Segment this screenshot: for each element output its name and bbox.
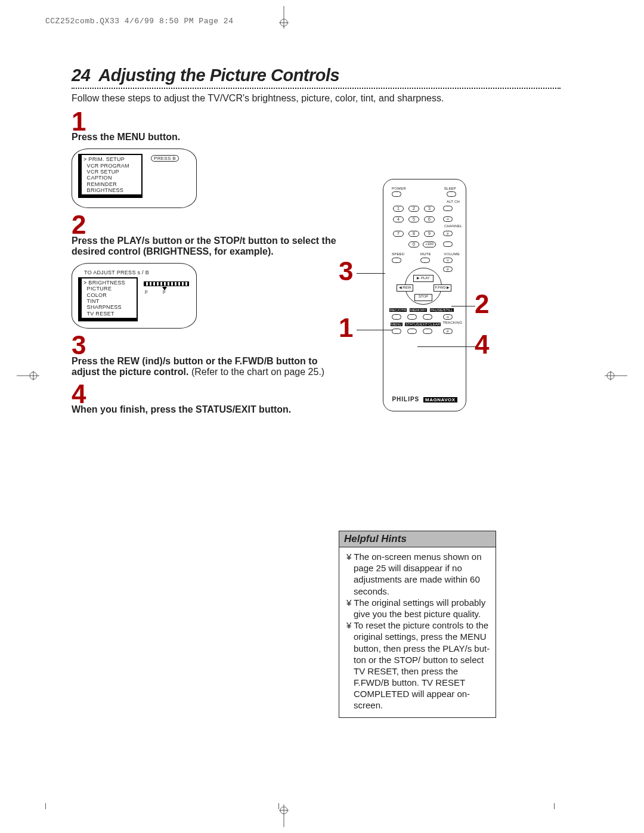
label-rew: REW <box>402 286 411 289</box>
menu-button <box>392 329 401 334</box>
step-3-number: 3 <box>72 333 584 357</box>
tick-mark <box>45 803 51 809</box>
stop-button: STOP <box>414 294 432 301</box>
callout-1-line <box>357 330 392 330</box>
key-3: 3 <box>424 206 435 212</box>
slider-icon <box>144 281 189 286</box>
label-status: STATUS/EXIT <box>405 323 429 326</box>
callout-3-line <box>357 273 385 274</box>
osd-item: BRIGHTNESS <box>87 187 124 193</box>
slider-markers: p p <box>145 289 166 294</box>
osd-item: TV RESET <box>86 311 114 317</box>
remote-body: POWER SLEEP ALT CH 1 2 3 4 5 6 o CHANNEL… <box>383 179 466 411</box>
label-ffwd: F.FWD <box>435 286 446 289</box>
play-button: ▶ PLAY <box>413 275 434 282</box>
callout-2: 2 <box>475 289 489 319</box>
status-button <box>407 329 417 334</box>
osd-item: REMINDER <box>87 181 117 187</box>
label-mute: MUTE <box>420 252 431 256</box>
helpful-hints-box: Helpful Hints ¥ The on-screen menus show… <box>339 531 496 718</box>
label-power: POWER <box>392 187 406 190</box>
key-5: 5 <box>408 216 419 222</box>
crop-mark-right <box>605 370 627 382</box>
crop-mark-left <box>17 370 39 382</box>
osd-header: TO ADJUST PRESS s / B <box>78 268 190 277</box>
label-play: PLAY <box>421 276 430 280</box>
key-7: 7 <box>393 231 404 237</box>
trk-dn: p <box>443 329 453 334</box>
key-1: 1 <box>393 206 404 212</box>
osd-adjust-list: > BRIGHTNESS PICTURE COLOR TINT SHARPNES… <box>78 277 138 321</box>
rew-button: ◀ REW <box>397 284 413 292</box>
key-9: 9 <box>424 231 435 237</box>
osd-item: TINT <box>86 298 99 304</box>
osd-item: CAPTION <box>87 175 112 181</box>
label-clear: CLEAR <box>428 323 441 326</box>
vol-dn: p <box>443 267 453 272</box>
hint-item: ¥ To reset the picture controls to the o… <box>343 620 492 711</box>
callout-4-line <box>417 346 476 347</box>
osd-item: PICTURE <box>87 286 112 292</box>
key-6: 6 <box>424 216 435 222</box>
label-recotr: REC/OTR <box>389 308 407 312</box>
mute-button <box>420 258 430 263</box>
key-0: 0 <box>408 241 419 247</box>
osd-screen-2: TO ADJUST PRESS s / B > BRIGHTNESS PICTU… <box>72 263 197 329</box>
step-4-text: When you finish, press the STATUS/EXIT b… <box>72 404 584 415</box>
step-3-text: Press the REW (ind)/s button or the F.FW… <box>72 356 346 377</box>
ch-dn: p <box>443 231 453 236</box>
hints-body: ¥ The on-screen menus shown on page 25 w… <box>339 547 496 717</box>
rec-button <box>392 314 401 320</box>
osd-item: BRIGHTNESS <box>88 280 125 286</box>
callout-2-line <box>451 306 475 306</box>
trk-up: o <box>443 314 453 320</box>
tick-mark <box>549 803 555 809</box>
ffwd-button: F.FWD ▶ <box>434 284 451 292</box>
step-4-number: 4 <box>72 382 584 406</box>
ch-up: o <box>443 216 453 222</box>
hint-item: ¥ The original settings will probably gi… <box>343 597 492 620</box>
brand-row: PHILIPS MAGNAVOX <box>383 396 466 402</box>
key-8: 8 <box>408 231 419 237</box>
tick-mark <box>278 803 284 809</box>
osd-item: PRIM. SETUP <box>88 156 125 162</box>
osd-item: VCR SETUP <box>87 169 119 175</box>
callout-4: 4 <box>475 330 489 360</box>
title-text: Adjusting the Picture Controls <box>98 66 339 85</box>
step-2-text: Press the PLAY/s button or the STOP/t bu… <box>72 236 340 257</box>
osd-menu-list: > PRIM. SETUP VCR PROGRAM VCR SETUP CAPT… <box>78 154 143 198</box>
label-tracking: TRACKING <box>442 321 462 324</box>
osd-item: COLOR <box>87 292 107 298</box>
memory-button <box>407 314 417 320</box>
callout-3: 3 <box>339 256 353 286</box>
label-channel: CHANNEL <box>444 224 462 228</box>
page-header: CCZ252comb.QX33 4/6/99 8:50 PM Page 24 <box>45 17 233 26</box>
vol-up: o <box>443 258 453 263</box>
btn-o <box>443 241 453 247</box>
label-menu: MENU <box>391 323 402 326</box>
label-sleep: SLEEP <box>444 187 456 190</box>
label-memory: MEMORY <box>410 308 427 312</box>
clear-button <box>423 329 432 334</box>
step-2-number: 2 <box>72 213 584 237</box>
step-1-text: Press the MENU button. <box>72 132 584 143</box>
osd-item: SHARPNESS <box>87 304 122 310</box>
hints-title: Helpful Hints <box>339 531 496 547</box>
osd-item: VCR PROGRAM <box>87 163 129 169</box>
osd-screen-1: > PRIM. SETUP VCR PROGRAM VCR SETUP CAPT… <box>72 148 197 208</box>
key-100: +100 <box>423 241 436 247</box>
key-4: 4 <box>393 216 404 222</box>
step-1-number: 1 <box>72 110 584 134</box>
key-2: 2 <box>408 206 419 212</box>
label-volume: VOLUME <box>444 252 460 256</box>
brand-magnavox: MAGNAVOX <box>423 397 457 402</box>
pause-button <box>423 314 432 320</box>
page-title: 24 Adjusting the Picture Controls <box>72 66 584 85</box>
step-3-rest: (Refer to the chart on page 25.) <box>191 367 324 377</box>
press-b-label: PRESS B <box>151 155 179 162</box>
callout-1: 1 <box>339 313 353 343</box>
label-altch: ALT CH <box>447 200 460 203</box>
label-pause: PAUSE/STILL <box>430 308 454 312</box>
intro-text: Follow these steps to adjust the TV/VCR'… <box>72 92 584 105</box>
page-number: 24 <box>72 66 90 85</box>
